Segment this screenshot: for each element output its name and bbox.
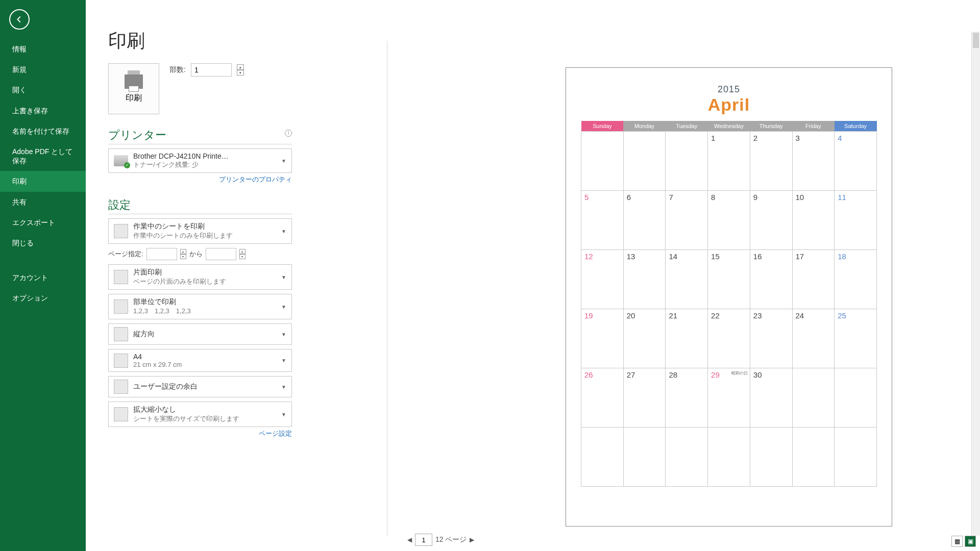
copies-down[interactable]: ▾: [237, 70, 244, 76]
chevron-down-icon: ▼: [281, 384, 286, 390]
calendar-day-cell: [623, 428, 666, 487]
sides-title: 片面印刷: [133, 268, 276, 277]
nav-print[interactable]: 印刷: [0, 171, 86, 191]
print-preview: 2015 April SundayMondayTuesdayWednesdayT…: [566, 67, 892, 527]
scrollbar-thumb[interactable]: [973, 33, 979, 48]
chevron-down-icon: ▼: [281, 304, 286, 310]
zoom-to-page-button[interactable]: ▣: [965, 536, 976, 547]
print-button[interactable]: 印刷: [108, 63, 159, 114]
show-margins-button[interactable]: ▦: [951, 536, 963, 547]
print-scope-selector[interactable]: 作業中のシートを印刷 作業中のシートのみを印刷します ▼: [108, 218, 292, 244]
paper-sub: 21 cm x 29.7 cm: [133, 361, 276, 368]
calendar-day-cell: 15: [708, 250, 750, 309]
printer-properties-link[interactable]: プリンターのプロパティ: [108, 175, 292, 184]
next-page-icon[interactable]: ▶: [470, 536, 474, 543]
paper-title: A4: [133, 353, 276, 361]
calendar-day-cell: 7: [666, 191, 708, 250]
current-page-input[interactable]: [415, 534, 432, 546]
page-to-input[interactable]: [206, 248, 236, 260]
nav-info[interactable]: 情報: [0, 39, 86, 59]
nav-saveas[interactable]: 名前を付けて保存: [0, 121, 86, 141]
sides-selector[interactable]: 片面印刷 ページの片面のみを印刷します ▼: [108, 264, 292, 290]
calendar-day-cell: 12: [581, 250, 624, 309]
chevron-down-icon: ▼: [281, 274, 286, 280]
calendar-day-cell: 30: [750, 368, 792, 428]
margins-selector[interactable]: ユーザー設定の余白 ▼: [108, 376, 292, 397]
prev-page-icon[interactable]: ◀: [407, 536, 412, 543]
paper-size-selector[interactable]: A4 21 cm x 29.7 cm ▼: [108, 349, 292, 372]
calendar-day-cell: 18: [835, 250, 877, 309]
nav-options[interactable]: オプション: [0, 288, 86, 308]
chevron-down-icon: ▼: [281, 358, 286, 363]
printer-heading-label: プリンター: [108, 129, 166, 141]
calendar-weekday-header: Wednesday: [708, 121, 750, 132]
calendar-holiday-note: 昭和の日: [731, 370, 748, 376]
calendar-day-cell: 13: [623, 250, 666, 309]
page-setup-link[interactable]: ページ設定: [108, 429, 292, 438]
page-to-down[interactable]: ▾: [239, 254, 246, 259]
collate-title: 部単位で印刷: [133, 297, 276, 307]
calendar-day-cell: 22: [708, 309, 750, 368]
chevron-down-icon: ▼: [281, 229, 286, 234]
calendar-weekday-header: Tuesday: [666, 121, 708, 132]
a4-icon: [114, 354, 128, 368]
nav-close[interactable]: 閉じる: [0, 233, 86, 253]
vertical-divider: [387, 41, 387, 536]
page-from-down[interactable]: ▾: [180, 254, 186, 259]
nav-save-pdf[interactable]: Adobe PDF として保存: [0, 141, 86, 171]
scaling-icon: [114, 407, 128, 421]
nav-save[interactable]: 上書き保存: [0, 101, 86, 121]
printer-status: トナー/インク残量: 少: [133, 160, 276, 169]
calendar-day-cell: 3: [792, 132, 835, 191]
calendar-day-cell: [792, 428, 835, 487]
calendar-day-cell: [666, 428, 708, 487]
page-range-label: ページ指定:: [108, 249, 143, 259]
calendar-day-cell: 20: [623, 309, 666, 368]
print-button-label: 印刷: [126, 93, 142, 104]
calendar-day-cell: 6: [623, 191, 666, 250]
calendar-weekday-header: Sunday: [581, 121, 624, 132]
calendar-day-cell: 19: [581, 309, 624, 368]
calendar-day-cell: [708, 428, 750, 487]
calendar-day-cell: 11: [835, 191, 877, 250]
collate-selector[interactable]: 部単位で印刷 1,2,3 1,2,3 1,2,3 ▼: [108, 294, 292, 319]
copies-up[interactable]: ▴: [237, 64, 244, 70]
calendar-day-cell: 26: [581, 368, 624, 428]
calendar-day-cell: 10: [792, 191, 835, 250]
page-from-up[interactable]: ▴: [180, 249, 186, 254]
nav-open[interactable]: 開く: [0, 80, 86, 100]
copies-input[interactable]: [191, 63, 232, 77]
chevron-down-icon: ▼: [281, 332, 286, 337]
scaling-selector[interactable]: 拡大縮小なし シートを実際のサイズで印刷します ▼: [108, 402, 292, 427]
scaling-title: 拡大縮小なし: [133, 405, 276, 414]
nav-share[interactable]: 共有: [0, 192, 86, 212]
vertical-scrollbar[interactable]: [971, 32, 980, 536]
page-from-input[interactable]: [146, 248, 177, 260]
calendar-day-cell: 5: [581, 191, 624, 250]
page-title: 印刷: [108, 29, 980, 54]
nav-export[interactable]: エクスポート: [0, 212, 86, 233]
orientation-title: 縦方向: [133, 330, 276, 339]
preview-view-controls: ▦ ▣: [951, 536, 976, 547]
sides-sub: ページの片面のみを印刷します: [133, 277, 276, 286]
main-area: 印刷 印刷 部数: ▴ ▾ プリンター i Brother DCP-J4: [86, 0, 980, 551]
calendar-weekday-header: Saturday: [835, 121, 877, 132]
page-to-up[interactable]: ▴: [239, 249, 246, 254]
copies-spinner: ▴ ▾: [237, 64, 244, 76]
calendar-day-cell: [792, 368, 835, 428]
nav-new[interactable]: 新規: [0, 59, 86, 80]
calendar-day-cell: 4: [835, 132, 877, 191]
portrait-icon: [114, 327, 128, 341]
printer-selector[interactable]: Brother DCP-J4210N Printe… トナー/インク残量: 少 …: [108, 148, 292, 173]
info-icon[interactable]: i: [285, 130, 292, 137]
orientation-selector[interactable]: 縦方向 ▼: [108, 323, 292, 345]
calendar-day-cell: 29昭和の日: [708, 368, 750, 428]
collate-sub: 1,2,3 1,2,3 1,2,3: [133, 307, 276, 316]
total-pages-label: 12 ページ: [435, 535, 467, 544]
back-button[interactable]: [9, 9, 30, 30]
sheet-icon: [114, 224, 128, 238]
nav-account[interactable]: アカウント: [0, 267, 86, 288]
calendar-table: SundayMondayTuesdayWednesdayThursdayFrid…: [581, 121, 877, 487]
scope-sub: 作業中のシートのみを印刷します: [133, 231, 276, 240]
calendar-day-cell: 25: [835, 309, 877, 368]
